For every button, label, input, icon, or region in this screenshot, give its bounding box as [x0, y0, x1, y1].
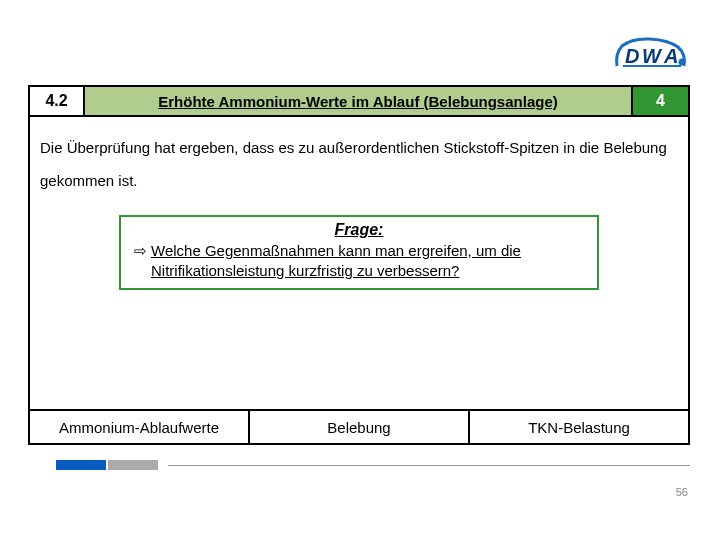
- footer-bar-blue: [56, 460, 106, 470]
- header-row: 4.2 Erhöhte Ammonium-Werte im Ablauf (Be…: [30, 87, 688, 117]
- bottom-nav-row: Ammonium-Ablaufwerte Belebung TKN-Belast…: [30, 409, 688, 443]
- section-number-cell: 4.2: [30, 87, 85, 115]
- footer-color-bars: [56, 460, 158, 470]
- svg-text:A: A: [663, 45, 678, 67]
- question-box: Frage: ⇨ Welche Gegenmaßnahmen kann man …: [119, 215, 599, 290]
- body-intro-text: Die Überprüfung hat ergeben, dass es zu …: [30, 117, 688, 197]
- bottom-cell-belebung[interactable]: Belebung: [250, 411, 470, 443]
- svg-text:D: D: [625, 45, 639, 67]
- svg-text:W: W: [642, 45, 663, 67]
- page-number: 56: [676, 486, 688, 498]
- step-number-cell: 4: [633, 87, 688, 115]
- dwa-logo: D W A: [612, 36, 690, 70]
- question-text: Welche Gegenmaßnahmen kann man ergreifen…: [151, 241, 589, 280]
- bottom-cell-tkn[interactable]: TKN-Belastung: [470, 411, 688, 443]
- footer-bar-gray: [108, 460, 158, 470]
- bottom-cell-ammonium[interactable]: Ammonium-Ablaufwerte: [30, 411, 250, 443]
- question-label: Frage:: [129, 221, 589, 239]
- footer-divider-line: [168, 465, 690, 466]
- svg-point-3: [679, 59, 686, 66]
- svg-rect-4: [623, 65, 681, 67]
- arrow-icon: ⇨: [129, 241, 151, 280]
- section-title-cell: Erhöhte Ammonium-Werte im Ablauf (Belebu…: [85, 87, 633, 115]
- main-content-frame: 4.2 Erhöhte Ammonium-Werte im Ablauf (Be…: [28, 85, 690, 445]
